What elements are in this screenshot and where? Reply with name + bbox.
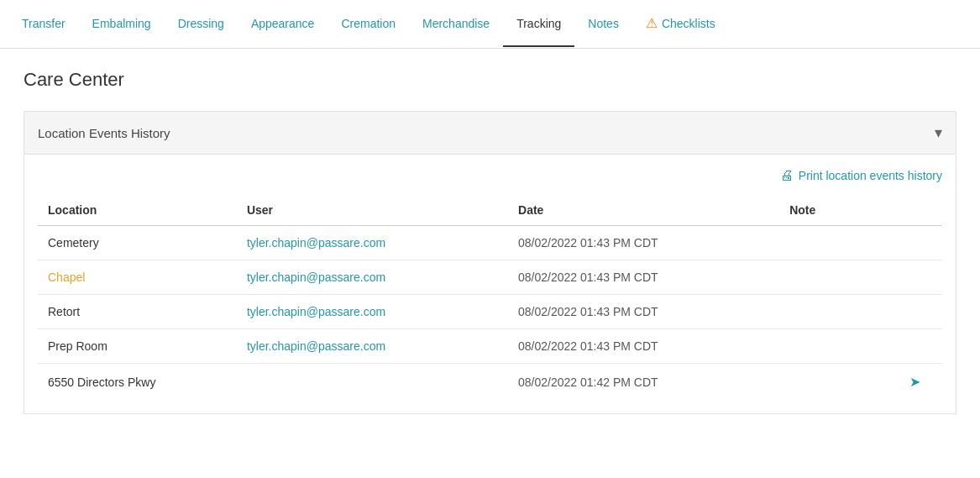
tab-label-dressing: Dressing	[178, 17, 224, 30]
cell-date-3: 08/02/2022 01:43 PM CDT	[508, 329, 779, 364]
print-label: Print location events history	[799, 169, 942, 182]
cell-user-4	[237, 364, 508, 401]
section-body: 🖨 Print location events history Location…	[24, 155, 956, 414]
cell-user-0: tyler.chapin@passare.com	[237, 226, 508, 260]
page-title: Care Center	[24, 69, 956, 91]
print-icon: 🖨	[780, 168, 794, 183]
col-header-date: Date	[508, 195, 779, 226]
cell-date-4: 08/02/2022 01:42 PM CDT	[508, 364, 779, 401]
tab-label-cremation: Cremation	[341, 17, 396, 30]
tab-tracking[interactable]: Tracking	[503, 2, 574, 47]
table-header-row: Location User Date Note	[38, 195, 942, 226]
section-header-title: Location Events History	[38, 126, 170, 140]
tab-merchandise[interactable]: Merchandise	[409, 2, 503, 47]
tab-label-transfer: Transfer	[22, 17, 66, 30]
cell-user-2: tyler.chapin@passare.com	[237, 295, 508, 329]
col-header-user: User	[237, 195, 508, 226]
cell-note-4	[779, 364, 888, 401]
cell-date-2: 08/02/2022 01:43 PM CDT	[508, 295, 779, 329]
tab-label-checklists: Checklists	[662, 17, 715, 30]
table-row: Prep Roomtyler.chapin@passare.com08/02/2…	[38, 329, 942, 364]
tab-cremation[interactable]: Cremation	[328, 2, 409, 47]
cell-note-0	[779, 226, 888, 260]
tab-label-embalming: Embalming	[92, 17, 151, 30]
tab-label-notes: Notes	[588, 17, 619, 30]
cell-location-1[interactable]: Chapel	[38, 260, 237, 295]
chevron-down-icon: ▾	[935, 123, 942, 142]
cell-date-1: 08/02/2022 01:43 PM CDT	[508, 260, 779, 295]
navigate-icon[interactable]: ➤	[909, 375, 920, 389]
tab-label-merchandise: Merchandise	[422, 17, 490, 30]
print-link[interactable]: 🖨 Print location events history	[780, 168, 942, 183]
tab-dressing[interactable]: Dressing	[165, 2, 238, 47]
table-row: Chapeltyler.chapin@passare.com08/02/2022…	[38, 260, 942, 295]
tab-checklists[interactable]: ⚠Checklists	[632, 0, 729, 48]
tab-notes[interactable]: Notes	[574, 2, 632, 47]
tab-transfer[interactable]: Transfer	[8, 2, 79, 47]
cell-location-0: Cemetery	[38, 226, 237, 260]
cell-user-3: tyler.chapin@passare.com	[237, 329, 508, 364]
cell-action-2	[888, 295, 942, 329]
cell-note-3	[779, 329, 888, 364]
tab-label-tracking: Tracking	[516, 17, 561, 30]
cell-action-0	[888, 226, 942, 260]
cell-action-4[interactable]: ➤	[888, 364, 942, 401]
tab-bar: TransferEmbalmingDressingAppearanceCrema…	[0, 0, 980, 49]
tab-label-appearance: Appearance	[251, 17, 315, 30]
cell-user-1: tyler.chapin@passare.com	[237, 260, 508, 295]
alert-icon: ⚠	[646, 15, 658, 31]
cell-action-3	[888, 329, 942, 364]
col-header-location: Location	[38, 195, 237, 226]
main-content: Care Center Location Events History ▾ 🖨 …	[0, 49, 980, 434]
cell-action-1	[888, 260, 942, 295]
table-row: Cemeterytyler.chapin@passare.com08/02/20…	[38, 226, 942, 260]
cell-location-4: 6550 Directors Pkwy	[38, 364, 237, 401]
col-header-action	[888, 195, 942, 226]
print-link-row: 🖨 Print location events history	[38, 168, 942, 183]
table-row: 6550 Directors Pkwy08/02/2022 01:42 PM C…	[38, 364, 942, 401]
cell-location-3: Prep Room	[38, 329, 237, 364]
tab-appearance[interactable]: Appearance	[238, 2, 328, 47]
cell-location-2: Retort	[38, 295, 237, 329]
cell-date-0: 08/02/2022 01:43 PM CDT	[508, 226, 779, 260]
cell-note-2	[779, 295, 888, 329]
cell-note-1	[779, 260, 888, 295]
col-header-note: Note	[779, 195, 888, 226]
table-row: Retorttyler.chapin@passare.com08/02/2022…	[38, 295, 942, 329]
section-header[interactable]: Location Events History ▾	[24, 111, 956, 155]
tab-embalming[interactable]: Embalming	[79, 2, 165, 47]
location-events-table: Location User Date Note Cemeterytyler.ch…	[38, 195, 942, 400]
